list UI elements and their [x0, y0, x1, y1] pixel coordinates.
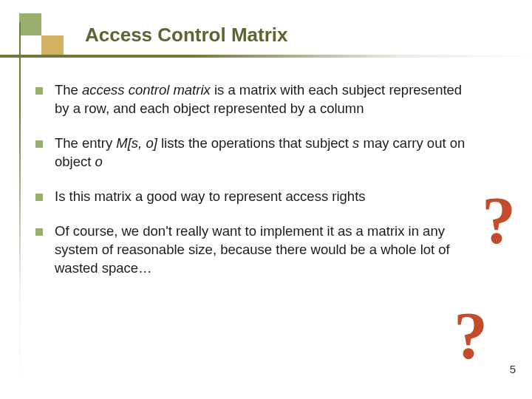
page-number: 5	[510, 363, 516, 375]
text-emphasis: s	[352, 135, 359, 151]
bullet-text: Of course, we don't really want to imple…	[55, 222, 471, 278]
bullet-icon	[35, 140, 43, 148]
text-run: Is this matrix a good way to represent a…	[55, 188, 366, 204]
text-run: Of course, we don't really want to imple…	[55, 223, 450, 276]
question-mark-icon: ?	[482, 186, 516, 254]
list-item: Of course, we don't really want to imple…	[35, 222, 471, 278]
horizontal-divider	[0, 55, 532, 58]
text-emphasis: M[s, o]	[116, 135, 157, 151]
bullet-text: The access control matrix is a matrix wi…	[55, 81, 471, 118]
slide-body: The access control matrix is a matrix wi…	[35, 81, 471, 294]
slide-title: Access Control Matrix	[85, 24, 288, 47]
bullet-icon	[35, 87, 43, 95]
text-run: lists the operations that subject	[157, 135, 352, 151]
list-item: The access control matrix is a matrix wi…	[35, 81, 471, 118]
bullet-text: Is this matrix a good way to represent a…	[55, 188, 366, 206]
list-item: Is this matrix a good way to represent a…	[35, 188, 471, 206]
text-run: The	[55, 82, 82, 98]
vertical-divider	[19, 22, 21, 384]
bullet-text: The entry M[s, o] lists the operations t…	[55, 134, 471, 171]
text-run: The entry	[55, 135, 116, 151]
list-item: The entry M[s, o] lists the operations t…	[35, 134, 471, 171]
bullet-icon	[35, 228, 43, 236]
bullet-icon	[35, 194, 43, 201]
text-emphasis: access control matrix	[82, 82, 211, 98]
decor-square-green	[19, 13, 41, 35]
corner-decoration	[0, 13, 81, 59]
question-mark-icon: ?	[454, 301, 488, 369]
text-emphasis: o	[95, 154, 103, 169]
